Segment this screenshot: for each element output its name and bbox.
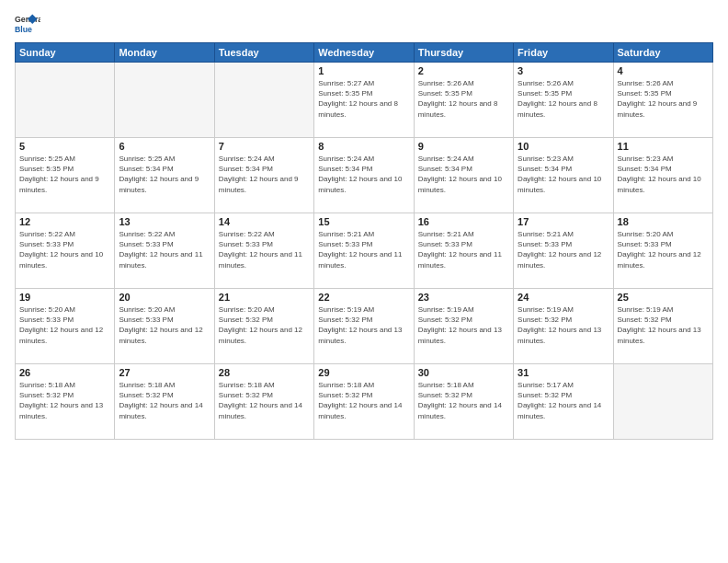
day-number: 31	[518, 367, 609, 378]
day-number: 14	[219, 216, 310, 227]
calendar-day-cell	[16, 63, 115, 138]
calendar-day-cell: 29 Sunrise: 5:18 AMSunset: 5:32 PMDaylig…	[314, 364, 414, 440]
calendar-day-cell: 27 Sunrise: 5:18 AMSunset: 5:32 PMDaylig…	[115, 364, 214, 440]
day-number: 24	[518, 292, 609, 303]
day-number: 18	[618, 216, 709, 227]
calendar-day-cell: 12 Sunrise: 5:22 AMSunset: 5:33 PMDaylig…	[16, 213, 115, 289]
calendar-table: SundayMondayTuesdayWednesdayThursdayFrid…	[15, 42, 713, 440]
day-info: Sunrise: 5:22 AMSunset: 5:33 PMDaylight:…	[119, 229, 210, 270]
weekday-header: Wednesday	[314, 43, 414, 63]
calendar-week-row: 26 Sunrise: 5:18 AMSunset: 5:32 PMDaylig…	[16, 364, 713, 440]
day-info: Sunrise: 5:18 AMSunset: 5:32 PMDaylight:…	[418, 380, 509, 421]
calendar-day-cell: 9 Sunrise: 5:24 AMSunset: 5:34 PMDayligh…	[414, 138, 513, 213]
day-number: 1	[318, 65, 409, 76]
calendar-day-cell: 3 Sunrise: 5:26 AMSunset: 5:35 PMDayligh…	[514, 63, 613, 138]
weekday-header-row: SundayMondayTuesdayWednesdayThursdayFrid…	[16, 43, 713, 63]
calendar-day-cell: 25 Sunrise: 5:19 AMSunset: 5:32 PMDaylig…	[613, 289, 712, 364]
calendar-day-cell: 14 Sunrise: 5:22 AMSunset: 5:33 PMDaylig…	[214, 213, 313, 289]
logo-icon: General Blue	[15, 11, 40, 37]
calendar-day-cell: 17 Sunrise: 5:21 AMSunset: 5:33 PMDaylig…	[514, 213, 613, 289]
day-info: Sunrise: 5:22 AMSunset: 5:33 PMDaylight:…	[219, 229, 310, 270]
calendar-day-cell: 11 Sunrise: 5:23 AMSunset: 5:34 PMDaylig…	[613, 138, 712, 213]
day-number: 6	[119, 141, 210, 152]
calendar-day-cell: 16 Sunrise: 5:21 AMSunset: 5:33 PMDaylig…	[414, 213, 513, 289]
day-number: 25	[618, 292, 709, 303]
day-info: Sunrise: 5:24 AMSunset: 5:34 PMDaylight:…	[318, 154, 409, 195]
calendar-day-cell: 5 Sunrise: 5:25 AMSunset: 5:35 PMDayligh…	[16, 138, 115, 213]
day-info: Sunrise: 5:27 AMSunset: 5:35 PMDaylight:…	[318, 78, 409, 120]
day-number: 16	[418, 216, 509, 227]
calendar-day-cell: 20 Sunrise: 5:20 AMSunset: 5:33 PMDaylig…	[115, 289, 214, 364]
day-number: 22	[318, 292, 409, 303]
day-info: Sunrise: 5:24 AMSunset: 5:34 PMDaylight:…	[418, 154, 509, 195]
day-info: Sunrise: 5:17 AMSunset: 5:32 PMDaylight:…	[518, 380, 609, 421]
day-info: Sunrise: 5:24 AMSunset: 5:34 PMDaylight:…	[219, 154, 310, 195]
weekday-header: Saturday	[613, 43, 712, 63]
calendar-day-cell: 6 Sunrise: 5:25 AMSunset: 5:34 PMDayligh…	[115, 138, 214, 213]
day-info: Sunrise: 5:21 AMSunset: 5:33 PMDaylight:…	[518, 229, 609, 270]
calendar-day-cell: 10 Sunrise: 5:23 AMSunset: 5:34 PMDaylig…	[514, 138, 613, 213]
weekday-header: Friday	[514, 43, 613, 63]
day-number: 27	[119, 367, 210, 378]
day-number: 9	[418, 141, 509, 152]
day-number: 29	[318, 367, 409, 378]
day-info: Sunrise: 5:21 AMSunset: 5:33 PMDaylight:…	[418, 229, 509, 270]
weekday-header: Thursday	[414, 43, 513, 63]
day-info: Sunrise: 5:23 AMSunset: 5:34 PMDaylight:…	[518, 154, 609, 195]
day-info: Sunrise: 5:20 AMSunset: 5:33 PMDaylight:…	[119, 304, 210, 346]
calendar-week-row: 19 Sunrise: 5:20 AMSunset: 5:33 PMDaylig…	[16, 289, 713, 364]
day-number: 8	[318, 141, 409, 152]
calendar-day-cell: 2 Sunrise: 5:26 AMSunset: 5:35 PMDayligh…	[414, 63, 513, 138]
day-info: Sunrise: 5:26 AMSunset: 5:35 PMDaylight:…	[518, 78, 609, 120]
day-info: Sunrise: 5:23 AMSunset: 5:34 PMDaylight:…	[618, 154, 709, 195]
day-info: Sunrise: 5:20 AMSunset: 5:33 PMDaylight:…	[19, 304, 110, 346]
day-number: 30	[418, 367, 509, 378]
calendar-day-cell: 30 Sunrise: 5:18 AMSunset: 5:32 PMDaylig…	[414, 364, 513, 440]
day-info: Sunrise: 5:25 AMSunset: 5:35 PMDaylight:…	[19, 154, 110, 195]
day-number: 23	[418, 292, 509, 303]
calendar-day-cell: 15 Sunrise: 5:21 AMSunset: 5:33 PMDaylig…	[314, 213, 414, 289]
logo: General Blue	[15, 11, 40, 37]
day-number: 15	[318, 216, 409, 227]
calendar-day-cell: 4 Sunrise: 5:26 AMSunset: 5:35 PMDayligh…	[613, 63, 712, 138]
calendar-day-cell: 8 Sunrise: 5:24 AMSunset: 5:34 PMDayligh…	[314, 138, 414, 213]
page-header: General Blue	[15, 11, 713, 37]
calendar-day-cell: 31 Sunrise: 5:17 AMSunset: 5:32 PMDaylig…	[514, 364, 613, 440]
day-number: 13	[119, 216, 210, 227]
calendar-day-cell	[214, 63, 313, 138]
day-info: Sunrise: 5:25 AMSunset: 5:34 PMDaylight:…	[119, 154, 210, 195]
calendar-day-cell: 22 Sunrise: 5:19 AMSunset: 5:32 PMDaylig…	[314, 289, 414, 364]
calendar-day-cell: 7 Sunrise: 5:24 AMSunset: 5:34 PMDayligh…	[214, 138, 313, 213]
calendar-day-cell: 13 Sunrise: 5:22 AMSunset: 5:33 PMDaylig…	[115, 213, 214, 289]
day-number: 2	[418, 65, 509, 76]
day-info: Sunrise: 5:18 AMSunset: 5:32 PMDaylight:…	[119, 380, 210, 421]
calendar-day-cell: 18 Sunrise: 5:20 AMSunset: 5:33 PMDaylig…	[613, 213, 712, 289]
calendar-week-row: 12 Sunrise: 5:22 AMSunset: 5:33 PMDaylig…	[16, 213, 713, 289]
calendar-day-cell: 23 Sunrise: 5:19 AMSunset: 5:32 PMDaylig…	[414, 289, 513, 364]
calendar-day-cell: 21 Sunrise: 5:20 AMSunset: 5:32 PMDaylig…	[214, 289, 313, 364]
day-info: Sunrise: 5:20 AMSunset: 5:32 PMDaylight:…	[219, 304, 310, 346]
calendar-week-row: 1 Sunrise: 5:27 AMSunset: 5:35 PMDayligh…	[16, 63, 713, 138]
day-number: 26	[19, 367, 110, 378]
day-info: Sunrise: 5:21 AMSunset: 5:33 PMDaylight:…	[318, 229, 409, 270]
day-number: 10	[518, 141, 609, 152]
day-info: Sunrise: 5:22 AMSunset: 5:33 PMDaylight:…	[19, 229, 110, 270]
day-number: 4	[618, 65, 709, 76]
day-info: Sunrise: 5:18 AMSunset: 5:32 PMDaylight:…	[318, 380, 409, 421]
day-info: Sunrise: 5:18 AMSunset: 5:32 PMDaylight:…	[219, 380, 310, 421]
weekday-header: Tuesday	[214, 43, 313, 63]
day-info: Sunrise: 5:19 AMSunset: 5:32 PMDaylight:…	[618, 304, 709, 346]
day-info: Sunrise: 5:26 AMSunset: 5:35 PMDaylight:…	[618, 78, 709, 120]
day-number: 5	[19, 141, 110, 152]
calendar-week-row: 5 Sunrise: 5:25 AMSunset: 5:35 PMDayligh…	[16, 138, 713, 213]
day-info: Sunrise: 5:20 AMSunset: 5:33 PMDaylight:…	[618, 229, 709, 270]
day-number: 7	[219, 141, 310, 152]
day-number: 21	[219, 292, 310, 303]
day-number: 20	[119, 292, 210, 303]
day-info: Sunrise: 5:18 AMSunset: 5:32 PMDaylight:…	[19, 380, 110, 421]
calendar-day-cell	[115, 63, 214, 138]
calendar-day-cell: 28 Sunrise: 5:18 AMSunset: 5:32 PMDaylig…	[214, 364, 313, 440]
day-number: 19	[19, 292, 110, 303]
weekday-header: Monday	[115, 43, 214, 63]
day-info: Sunrise: 5:19 AMSunset: 5:32 PMDaylight:…	[418, 304, 509, 346]
